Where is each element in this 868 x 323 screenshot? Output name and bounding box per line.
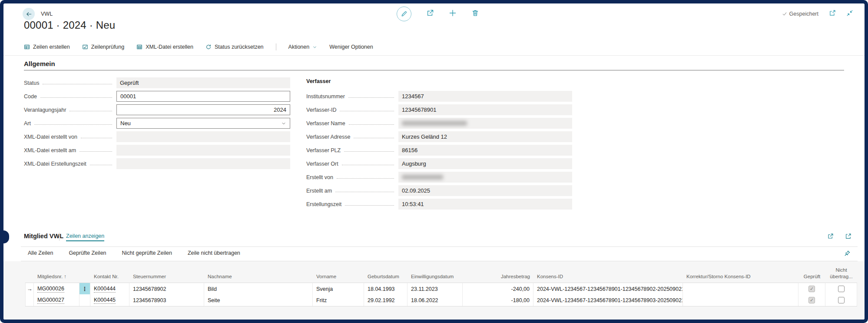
cell-vorname[interactable]: Svenja: [313, 283, 364, 295]
cell-nachname[interactable]: Bild: [204, 283, 313, 295]
col-header-nachname[interactable]: Nachname: [204, 273, 313, 283]
row-options-menu[interactable]: ⋮: [80, 283, 90, 295]
field-value-verfasser-adresse: Kurzes Geländ 12: [398, 131, 572, 142]
share-button[interactable]: [426, 9, 434, 19]
cell-mitgliedsnr[interactable]: MG000027: [34, 294, 80, 306]
cmd-zeilen-erstellen[interactable]: Zeilen erstellen: [24, 44, 70, 50]
field-row-erstellungszeit: Erstellungszeit10:53:41: [306, 199, 572, 210]
cmd-label: Zeilenprüfung: [91, 44, 124, 50]
filter-pin-wrap: [844, 250, 851, 258]
section-heading-allgemein[interactable]: Allgemein: [24, 60, 55, 67]
delete-button[interactable]: [471, 9, 479, 19]
filter-tab-alle-zeilen[interactable]: Alle Zeilen: [28, 250, 53, 256]
share-icon: [426, 9, 434, 17]
cell-jahresbetrag[interactable]: -240,00: [463, 283, 533, 295]
field-input-veranlagungsjahr[interactable]: [120, 107, 286, 113]
field-value-art[interactable]: Neu: [116, 118, 290, 129]
share-icon: [827, 233, 834, 240]
field-value-code: [116, 91, 290, 102]
edit-button[interactable]: [397, 7, 411, 21]
cell-vorname[interactable]: Fritz: [313, 294, 364, 306]
side-panel-handle[interactable]: [3, 230, 9, 243]
collapse-button[interactable]: [846, 10, 853, 18]
field-input-code[interactable]: [120, 93, 286, 100]
cell-kontakt_nr[interactable]: K000445: [90, 294, 129, 306]
nicht_uebertragen-checkbox[interactable]: [838, 297, 845, 303]
cell-steuernummer[interactable]: 12345678903: [129, 294, 204, 306]
filter-tab-gepruefte-zeilen[interactable]: Geprüfte Zeilen: [69, 250, 106, 256]
expand-button[interactable]: [845, 233, 851, 241]
cell-steuernummer[interactable]: 12345678902: [129, 283, 204, 295]
cell-nicht_uebertragen[interactable]: [825, 294, 857, 306]
cell-korrektur_storno_konsens_id[interactable]: [683, 283, 798, 295]
add-icon: [449, 9, 457, 17]
field-row-verfasser-id: Verfasser-ID12345678901: [306, 104, 572, 115]
col-header-nicht_uebertragen[interactable]: Nicht übertrag...: [825, 267, 857, 283]
cell-einwilligungsdatum[interactable]: 23.11.2023: [407, 283, 463, 295]
pin-icon: [844, 250, 851, 256]
cell-kontakt_nr[interactable]: K000444: [90, 283, 129, 295]
link-kontakt_nr[interactable]: K000445: [94, 297, 116, 304]
col-header-kontakt_nr[interactable]: Kontakt Nr.: [90, 273, 129, 283]
cmd-xml-datei-erstellen[interactable]: XML-Datei erstellen: [136, 44, 193, 50]
field-label-xml-datei-erstellungszeit: XML-Datei Erstellungszeit: [24, 161, 86, 167]
add-button[interactable]: [449, 9, 457, 19]
cell-konsens_id[interactable]: 2024-VWL-1234567-12345678901-12345678903…: [533, 294, 683, 306]
link-mitgliedsnr[interactable]: MG000027: [37, 297, 64, 304]
filter-pin-button[interactable]: [844, 250, 851, 258]
actions-menu-button[interactable]: Aktionen: [288, 44, 318, 50]
line-filter-tabs: Alle ZeilenGeprüfte ZeilenNicht geprüfte…: [28, 250, 240, 256]
table-row[interactable]: →MG000026⋮K00044412345678902BildSvenja18…: [25, 283, 857, 295]
col-header-geburtsdatum[interactable]: Geburtsdatum: [364, 273, 407, 283]
col-header-vorname[interactable]: Vorname: [313, 273, 364, 283]
col-header-konsens_id[interactable]: Konsens-ID: [533, 273, 683, 283]
cell-nachname[interactable]: Seite: [204, 294, 313, 306]
collapse-icon: [846, 10, 853, 17]
field-label-xml-datei-erstellt-am: XML-Datei erstellt am: [24, 147, 76, 153]
filter-tab-nicht-gepruefte-zeilen[interactable]: Nicht geprüfte Zeilen: [122, 250, 172, 256]
cell-select: →: [25, 283, 34, 295]
col-header-einwilligungsdatum[interactable]: Einwilligungsdatum: [407, 273, 463, 283]
col-header-menu: [80, 280, 90, 283]
fewer-options-button[interactable]: Weniger Optionen: [329, 44, 373, 50]
chevron-down-icon: [312, 45, 317, 50]
field-label-erstellungszeit: Erstellungszeit: [306, 201, 341, 207]
cell-nicht_uebertragen[interactable]: [825, 283, 857, 295]
link-kontakt_nr[interactable]: K000444: [94, 286, 116, 293]
back-arrow-icon: [26, 11, 32, 17]
cell-mitgliedsnr[interactable]: MG000026: [34, 283, 80, 295]
cell-korrektur_storno_konsens_id[interactable]: [683, 294, 798, 306]
link-mitgliedsnr[interactable]: MG000026: [37, 286, 64, 293]
cell-geburtsdatum[interactable]: 18.04.1993: [364, 283, 407, 295]
cell-select: [25, 294, 34, 306]
breadcrumb[interactable]: VWL: [41, 11, 53, 17]
dotted-leader: [345, 200, 394, 206]
col-header-geprueft[interactable]: Geprüft: [798, 273, 825, 283]
cmd-status-zuruecksetzen[interactable]: Status zurücksetzen: [205, 44, 264, 50]
cell-konsens_id[interactable]: 2024-VWL-1234567-12345678901-12345678902…: [533, 283, 683, 295]
popout-icon: [829, 10, 836, 17]
col-header-jahresbetrag[interactable]: Jahresbetrag: [463, 273, 533, 283]
field-value-verfasser-name: [398, 118, 572, 129]
reset-status-icon: [205, 44, 212, 50]
dotted-leader: [90, 160, 112, 165]
cell-jahresbetrag[interactable]: -180,00: [463, 294, 533, 306]
zeilen-anzeigen-link[interactable]: Zeilen anzeigen: [66, 233, 104, 241]
cell-geburtsdatum[interactable]: 29.02.1992: [364, 294, 407, 306]
nicht_uebertragen-checkbox[interactable]: [838, 286, 845, 292]
edit-icon: [401, 10, 407, 17]
col-header-mitgliedsnr[interactable]: Mitgliedsnr. ↑: [34, 273, 80, 283]
dotted-leader: [342, 160, 394, 165]
cmd-zeilenpruefung[interactable]: Zeilenprüfung: [82, 44, 124, 50]
field-row-erstellt-am: Erstellt am02.09.2025: [306, 185, 572, 196]
filter-tab-zeile-nicht-uebertragen[interactable]: Zeile nicht übertragen: [188, 250, 240, 256]
col-header-steuernummer[interactable]: Steuernummer: [129, 273, 204, 283]
field-label-xml-datei-erstellt-von: XML-Datei erstellt von: [24, 134, 77, 140]
col-header-korrektur_storno_konsens_id[interactable]: Korrektur/Storno Konsens-ID: [683, 273, 798, 283]
back-button[interactable]: [23, 8, 35, 20]
popout-button[interactable]: [829, 10, 836, 18]
table-row[interactable]: MG000027K00044512345678903SeiteFritz29.0…: [25, 294, 857, 306]
dotted-leader: [348, 92, 394, 98]
cell-einwilligungsdatum[interactable]: 18.06.2022: [407, 294, 463, 306]
share-button[interactable]: [827, 233, 834, 241]
